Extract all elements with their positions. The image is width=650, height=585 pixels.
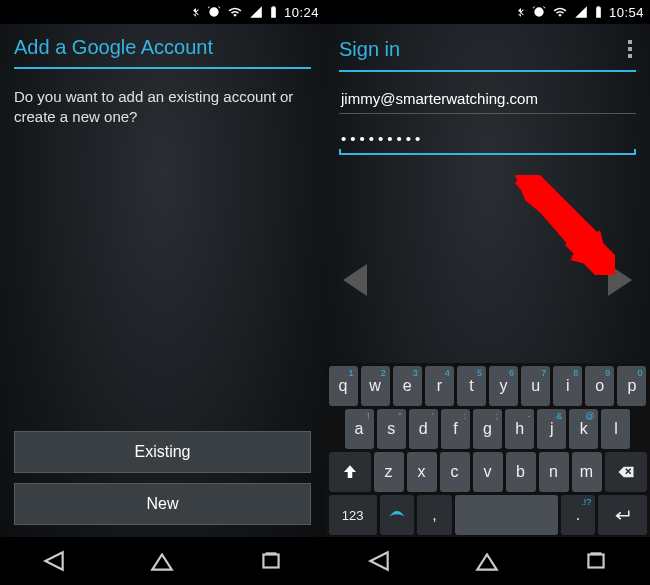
key-l[interactable]: l — [601, 409, 630, 449]
svg-marker-6 — [515, 175, 608, 265]
field-area: jimmy@smarterwatching.com ••••••••• — [325, 72, 650, 155]
bluetooth-icon — [515, 5, 526, 19]
space-key[interactable] — [455, 495, 558, 535]
page-title: Sign in — [339, 38, 400, 61]
home-icon[interactable] — [474, 548, 500, 574]
key-m[interactable]: m — [572, 452, 602, 492]
key-j[interactable]: j& — [537, 409, 566, 449]
svg-marker-2 — [515, 175, 600, 250]
key-b[interactable]: b — [506, 452, 536, 492]
svg-rect-0 — [263, 555, 278, 568]
existing-button[interactable]: Existing — [14, 431, 311, 473]
email-field[interactable]: jimmy@smarterwatching.com — [339, 84, 636, 114]
key-z[interactable]: z — [374, 452, 404, 492]
keyboard: q1w2e3r4t5y6u7i8o9p0 a!s"d'f:g;h-j&k@l z… — [325, 363, 650, 537]
enter-key[interactable] — [598, 495, 646, 535]
backspace-key[interactable] — [605, 452, 647, 492]
key-d[interactable]: d' — [409, 409, 438, 449]
home-icon[interactable] — [149, 548, 175, 574]
svg-rect-8 — [588, 555, 603, 568]
swiftkey-icon[interactable] — [380, 495, 414, 535]
back-icon[interactable] — [366, 548, 392, 574]
alarm-icon — [207, 5, 221, 19]
signal-icon — [249, 5, 263, 19]
status-time: 10:24 — [284, 5, 319, 20]
wizard-next-button[interactable] — [608, 264, 632, 296]
key-u[interactable]: u7 — [521, 366, 550, 406]
wizard-back-button[interactable] — [343, 264, 367, 296]
wizard-nav — [325, 264, 650, 296]
battery-icon — [594, 5, 603, 19]
key-t[interactable]: t5 — [457, 366, 486, 406]
password-field[interactable]: ••••••••• — [339, 124, 636, 155]
numbers-key[interactable]: 123 — [329, 495, 377, 535]
body-text: Do you want to add an existing account o… — [0, 69, 325, 146]
overflow-menu-icon[interactable] — [624, 36, 636, 62]
wifi-icon — [552, 5, 568, 19]
key-e[interactable]: e3 — [393, 366, 422, 406]
title-row: Sign in — [325, 24, 650, 70]
key-k[interactable]: k@ — [569, 409, 598, 449]
key-v[interactable]: v — [473, 452, 503, 492]
wifi-icon — [227, 5, 243, 19]
key-h[interactable]: h- — [505, 409, 534, 449]
button-stack: Existing New — [14, 431, 311, 525]
svg-rect-1 — [265, 552, 276, 554]
recent-icon[interactable] — [258, 548, 284, 574]
key-w[interactable]: w2 — [361, 366, 390, 406]
status-time: 10:54 — [609, 5, 644, 20]
key-p[interactable]: p0 — [617, 366, 646, 406]
svg-rect-9 — [590, 552, 601, 554]
nav-bar — [325, 537, 650, 585]
page-title: Add a Google Account — [14, 36, 213, 59]
key-n[interactable]: n — [539, 452, 569, 492]
recent-icon[interactable] — [583, 548, 609, 574]
title-row: Add a Google Account — [0, 24, 325, 67]
alarm-icon — [532, 5, 546, 19]
bluetooth-icon — [190, 5, 201, 19]
key-f[interactable]: f: — [441, 409, 470, 449]
key-a[interactable]: a! — [345, 409, 374, 449]
signal-icon — [574, 5, 588, 19]
status-bar: 10:54 — [325, 0, 650, 24]
battery-icon — [269, 5, 278, 19]
password-dots: ••••••••• — [341, 130, 424, 147]
comma-key[interactable]: , — [417, 495, 451, 535]
key-c[interactable]: c — [440, 452, 470, 492]
key-r[interactable]: r4 — [425, 366, 454, 406]
key-g[interactable]: g; — [473, 409, 502, 449]
back-icon[interactable] — [41, 548, 67, 574]
key-x[interactable]: x — [407, 452, 437, 492]
key-i[interactable]: i8 — [553, 366, 582, 406]
key-o[interactable]: o9 — [585, 366, 614, 406]
key-s[interactable]: s" — [377, 409, 406, 449]
key-y[interactable]: y6 — [489, 366, 518, 406]
nav-bar — [0, 537, 325, 585]
period-key[interactable]: . .!? — [561, 495, 595, 535]
phone-left: 10:24 Add a Google Account Do you want t… — [0, 0, 325, 585]
new-button[interactable]: New — [14, 483, 311, 525]
shift-key[interactable] — [329, 452, 371, 492]
key-q[interactable]: q1 — [329, 366, 358, 406]
phone-right: 10:54 Sign in jimmy@smarterwatching.com … — [325, 0, 650, 585]
status-bar: 10:24 — [0, 0, 325, 24]
